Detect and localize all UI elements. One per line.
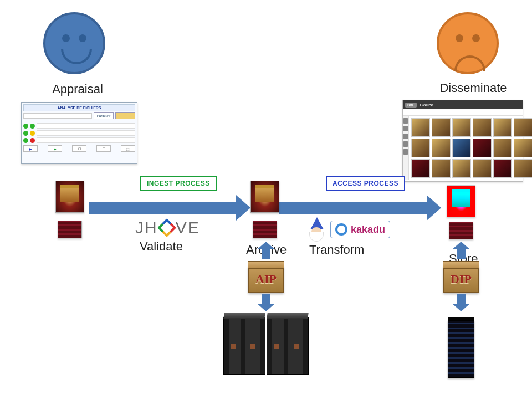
disseminated-image-2 [449, 222, 473, 239]
access-process-label: ACCESS PROCESS [326, 176, 405, 191]
sad-face-icon [437, 12, 499, 74]
ingest-process-label: INGEST PROCESS [140, 176, 217, 191]
transform-label: Transform [309, 243, 364, 257]
dip-down-arrow [452, 294, 470, 311]
access-arrow [279, 202, 427, 214]
gallica-brand2: Gallica [420, 103, 433, 108]
gallica-gallery: BnF Gallica [402, 100, 523, 182]
disseminated-image-1 [447, 185, 475, 217]
analysis-app-title: ANALYSE DE FICHIERS [23, 104, 135, 111]
gallica-brand1: BnF [405, 103, 417, 108]
kakadu-logo: kakadu [330, 221, 390, 238]
dip-up-arrow [452, 242, 470, 259]
aip-down-arrow [257, 294, 275, 311]
store-server-rack [448, 317, 474, 378]
disseminate-label: Disseminate [429, 81, 518, 95]
archived-image-2 [253, 221, 277, 238]
aip-up-arrow [257, 242, 275, 259]
source-image-2 [58, 221, 82, 238]
aip-crate: AIP [248, 266, 284, 293]
appraisal-label: Appraisal [39, 82, 116, 96]
happy-face-icon [43, 12, 105, 74]
archived-image-1 [250, 181, 279, 213]
jhove-logo: JHVE [135, 218, 200, 237]
ingest-arrow [89, 202, 236, 214]
dip-crate: DIP [443, 266, 479, 293]
transform-tools: kakadu [306, 217, 390, 242]
validate-label: Validate [140, 239, 183, 254]
analysis-app-window: ANALYSE DE FICHIERS Parcourir ▶ ▶ ☐ ☐ ⬚ [21, 102, 137, 164]
archive-storage [223, 317, 309, 375]
source-image-1 [55, 181, 84, 213]
run-button [115, 112, 135, 119]
imagemagick-icon [306, 217, 327, 242]
browse-button: Parcourir [94, 112, 114, 119]
